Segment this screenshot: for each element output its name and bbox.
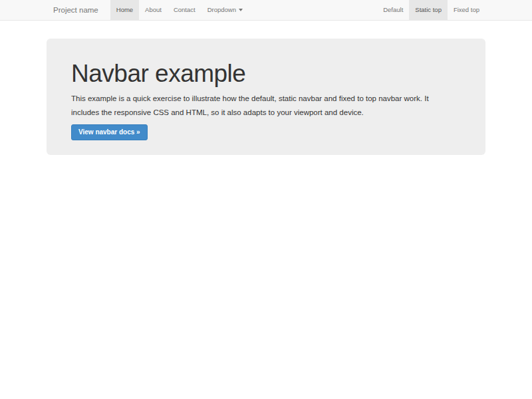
view-navbar-docs-button[interactable]: View navbar docs » [71,124,148,140]
navbar-brand[interactable]: Project name [47,0,105,20]
navbar-container: Project name Home About Contact Dropdown… [47,0,485,20]
navbar-item-static-top[interactable]: Static top [409,0,448,20]
jumbotron-description-line-1: This example is a quick exercise to illu… [71,92,461,106]
navbar: Project name Home About Contact Dropdown… [0,0,532,21]
navbar-item-fixed-top[interactable]: Fixed top [448,0,485,20]
page-title: Navbar example [71,61,461,86]
caret-down-icon [239,9,243,11]
main-container: Navbar example This example is a quick e… [47,39,485,155]
navbar-spacer [249,0,377,20]
jumbotron: Navbar example This example is a quick e… [47,39,485,155]
navbar-left-nav: Home About Contact Dropdown [110,0,249,20]
navbar-item-default[interactable]: Default [377,0,409,20]
navbar-item-dropdown[interactable]: Dropdown [201,0,249,20]
navbar-item-about[interactable]: About [139,0,168,20]
jumbotron-description-line-2: includes the responsive CSS and HTML, so… [71,106,461,120]
dropdown-label: Dropdown [207,0,236,20]
navbar-item-contact[interactable]: Contact [168,0,201,20]
jumbotron-description: This example is a quick exercise to illu… [71,92,461,120]
navbar-right-nav: Default Static top Fixed top [377,0,485,20]
navbar-item-home[interactable]: Home [110,0,139,20]
